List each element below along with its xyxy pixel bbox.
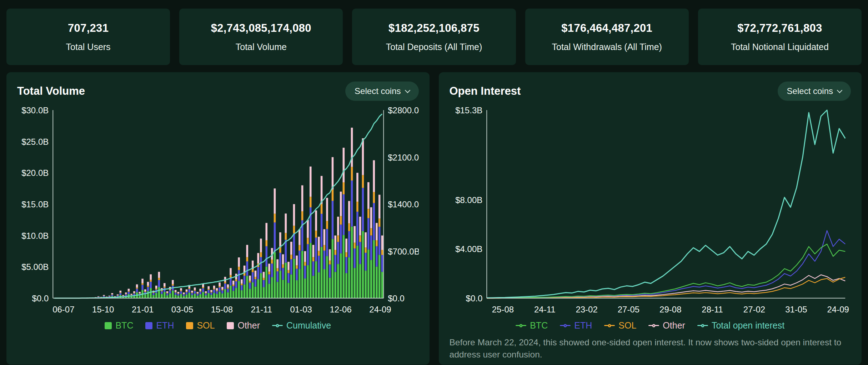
volume-bar-sol: [158, 278, 160, 280]
volume-bar-sol: [122, 296, 124, 296]
volume-bar-sol: [367, 209, 370, 218]
stats-row: 707,231 Total Users $2,743,085,174,080 T…: [6, 9, 862, 65]
cumulative-line-icon: [272, 325, 283, 326]
volume-bar-btc: [169, 294, 171, 298]
volume-bar-eth: [117, 296, 119, 297]
volume-bar-eth: [334, 255, 336, 272]
legend-item-eth[interactable]: ETH: [145, 320, 174, 331]
volume-bar-btc: [381, 272, 383, 298]
volume-bar-other: [298, 229, 301, 245]
volume-bar-btc: [191, 295, 193, 298]
volume-bar-btc: [268, 283, 270, 298]
y-axis-left-tick: $10.0B: [21, 231, 49, 241]
volume-bar-btc: [205, 295, 207, 298]
volume-bar-btc: [326, 256, 328, 298]
volume-bar-btc: [144, 295, 146, 298]
volume-bar-other: [216, 288, 218, 290]
volume-bar-btc: [188, 293, 190, 298]
volume-bar-sol: [365, 247, 367, 253]
volume-bar-other: [315, 211, 317, 231]
legend-item-sol[interactable]: SOL: [186, 320, 215, 331]
volume-bar-other: [210, 290, 212, 292]
volume-bar-sol: [111, 294, 113, 295]
volume-bar-btc: [290, 275, 292, 298]
volume-bar-eth: [268, 274, 270, 283]
volume-bar-btc: [255, 287, 257, 298]
y-axis-right-tick: $700.0B: [388, 247, 418, 256]
volume-bar-btc: [343, 235, 345, 298]
volume-bar-sol: [216, 290, 218, 291]
volume-bar-eth: [310, 207, 312, 243]
volume-bar-other: [296, 256, 298, 265]
volume-bar-other: [139, 292, 141, 293]
volume-bar-sol: [125, 294, 127, 294]
volume-bar-other: [103, 295, 105, 296]
sol-line-icon: [604, 325, 615, 326]
volume-bar-sol: [130, 295, 132, 295]
volume-bar-sol: [210, 292, 212, 292]
volume-bar-btc: [194, 294, 196, 298]
volume-bar-other: [207, 286, 210, 289]
volume-bar-eth: [183, 294, 185, 296]
volume-bar-btc: [207, 293, 210, 298]
volume-bar-btc: [307, 265, 309, 298]
volume-bar-other: [351, 128, 353, 167]
volume-bar-other: [147, 282, 149, 285]
volume-bar-eth: [197, 294, 199, 296]
legend-item-cumulative[interactable]: Cumulative: [272, 320, 331, 331]
y-axis-left-tick: $5.00B: [21, 262, 49, 272]
stat-value: $2,743,085,174,080: [211, 22, 311, 35]
select-coins-button-open-interest[interactable]: Select coins: [778, 82, 851, 101]
volume-bar-eth: [103, 296, 105, 297]
volume-bar-other: [186, 289, 188, 291]
legend-item-btc[interactable]: BTC: [105, 320, 133, 331]
volume-bar-sol: [191, 292, 193, 293]
volume-bar-other: [290, 242, 292, 255]
open-interest-legend: BTC ETH SOL Other Total open interest: [450, 320, 851, 331]
legend-item-other[interactable]: Other: [227, 320, 260, 331]
volume-bar-eth: [373, 203, 375, 240]
volume-bar-other: [268, 264, 270, 272]
volume-bar-other: [199, 289, 201, 291]
x-axis-tick: 25-08: [492, 305, 513, 314]
series-line-other: [487, 275, 845, 298]
volume-bar-btc: [312, 276, 315, 298]
volume-bar-other: [128, 289, 130, 291]
volume-bar-other: [219, 282, 221, 286]
volume-bar-eth: [257, 267, 259, 279]
volume-bar-btc: [337, 264, 339, 298]
select-coins-button-volume[interactable]: Select coins: [345, 82, 418, 101]
volume-bar-sol: [274, 214, 276, 223]
volume-bar-btc: [175, 295, 177, 298]
other-swatch-icon: [227, 322, 234, 329]
volume-bar-btc: [315, 261, 317, 298]
stat-value: $176,464,487,201: [561, 22, 652, 35]
volume-bar-other: [343, 148, 345, 182]
volume-bar-eth: [274, 222, 276, 252]
legend-item-sol[interactable]: SOL: [604, 320, 636, 331]
series-line-sol: [487, 277, 845, 298]
legend-item-eth[interactable]: ETH: [560, 320, 592, 331]
legend-item-total-open-interest[interactable]: Total open interest: [697, 320, 784, 331]
total-volume-chart: $0.0$5.00B$10.0B$15.0B$20.0B$25.0B$30.0B…: [17, 104, 419, 318]
volume-bar-sol: [334, 250, 336, 255]
volume-bar-sol: [188, 288, 190, 289]
volume-bar-eth: [221, 290, 224, 294]
volume-bar-eth: [321, 214, 323, 247]
other-line-icon: [648, 325, 659, 326]
volume-bar-sol: [177, 293, 180, 294]
volume-bar-sol: [348, 223, 350, 231]
stat-card-total-notional-liquidated: $72,772,761,803 Total Notional Liquidate…: [698, 9, 862, 65]
volume-bar-btc: [334, 272, 336, 298]
chevron-down-icon: [405, 87, 410, 93]
volume-bar-sol: [175, 292, 177, 292]
legend-item-other[interactable]: Other: [648, 320, 685, 331]
volume-bar-eth: [296, 269, 298, 280]
x-axis-tick: 21-11: [251, 305, 272, 314]
volume-bar-sol: [351, 167, 353, 181]
volume-bar-sol: [293, 226, 295, 233]
legend-item-btc[interactable]: BTC: [516, 320, 548, 331]
volume-bar-sol: [230, 275, 232, 277]
volume-bar-eth: [318, 256, 320, 272]
volume-bar-btc: [213, 293, 215, 298]
